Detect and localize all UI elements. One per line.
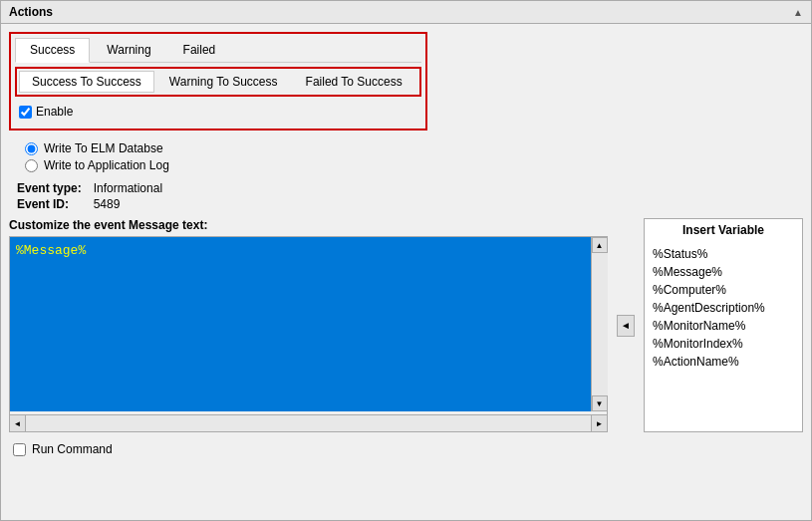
scroll-up-btn[interactable]: ▲ xyxy=(592,237,608,253)
inner-tab-failed-to-success[interactable]: Failed To Success xyxy=(293,71,415,93)
event-info: Event type: Informational Event ID: 5489 xyxy=(13,180,803,212)
insert-arrow-btn[interactable]: ◄ xyxy=(617,315,635,337)
event-id-label: Event ID: xyxy=(13,196,90,212)
h-scroll-track[interactable] xyxy=(26,415,591,431)
variable-item-actionname[interactable]: %ActionName% xyxy=(653,353,794,371)
panel-content: Success Warning Failed Success To Succes… xyxy=(1,24,811,520)
horizontal-scrollbar: ◄ ► xyxy=(9,415,608,432)
message-section: Customize the event Message text: %Messa… xyxy=(9,218,803,432)
radio-app-input[interactable] xyxy=(25,159,38,172)
radio-app-label: Write to Application Log xyxy=(44,158,169,172)
h-scroll-left-btn[interactable]: ◄ xyxy=(10,415,26,431)
panel-header: Actions ▲ xyxy=(1,1,811,24)
outer-tabs-container: Success Warning Failed Success To Succes… xyxy=(9,32,427,130)
enable-checkbox[interactable] xyxy=(19,106,32,119)
variable-item-status[interactable]: %Status% xyxy=(653,245,794,263)
arrow-btn-col: ◄ xyxy=(616,218,636,432)
message-left: Customize the event Message text: %Messa… xyxy=(9,218,608,432)
enable-label: Enable xyxy=(36,105,73,119)
run-command-row: Run Command xyxy=(13,442,803,456)
scroll-down-btn[interactable]: ▼ xyxy=(592,395,608,411)
run-command-label: Run Command xyxy=(32,442,113,456)
tab-warning[interactable]: Warning xyxy=(92,38,165,62)
run-command-checkbox[interactable] xyxy=(13,443,26,456)
event-id-value: 5489 xyxy=(90,196,166,212)
outer-tab-bar: Success Warning Failed xyxy=(15,38,421,63)
actions-panel: Actions ▲ Success Warning Failed Success… xyxy=(0,0,812,521)
variable-item-agentdesc[interactable]: %AgentDescription% xyxy=(653,299,794,317)
scrollbar-track[interactable] xyxy=(592,253,608,395)
vertical-scrollbar[interactable]: ▲ ▼ xyxy=(591,237,607,411)
h-scroll-right-btn[interactable]: ► xyxy=(591,415,607,431)
radio-elm-input[interactable] xyxy=(25,142,38,155)
radio-write-app: Write to Application Log xyxy=(25,158,803,172)
variable-item-monitorindex[interactable]: %MonitorIndex% xyxy=(653,335,794,353)
enable-row: Enable xyxy=(19,105,421,119)
scroll-up-icon[interactable]: ▲ xyxy=(793,7,803,18)
inner-tab-success-to-success[interactable]: Success To Success xyxy=(19,71,154,93)
insert-variable-header: Insert Variable xyxy=(645,219,802,241)
tab-success[interactable]: Success xyxy=(15,38,90,63)
tab-failed[interactable]: Failed xyxy=(168,38,231,62)
event-type-value: Informational xyxy=(90,180,166,196)
variable-item-monitorname[interactable]: %MonitorName% xyxy=(653,317,794,335)
insert-variable-panel: Insert Variable %Status% %Message% %Comp… xyxy=(644,218,803,432)
panel-title: Actions xyxy=(9,5,53,19)
event-type-label: Event type: xyxy=(13,180,90,196)
message-editor-wrapper: %Message% ▲ ▼ xyxy=(9,236,608,415)
variable-item-computer[interactable]: %Computer% xyxy=(653,281,794,299)
insert-variable-list: %Status% %Message% %Computer% %AgentDesc… xyxy=(645,241,802,375)
inner-tabs-container: Success To Success Warning To Success Fa… xyxy=(15,67,421,97)
radio-elm-label: Write To ELM Databse xyxy=(44,141,163,155)
message-editor[interactable]: %Message% xyxy=(10,237,591,411)
variable-item-message[interactable]: %Message% xyxy=(653,263,794,281)
inner-tab-warning-to-success[interactable]: Warning To Success xyxy=(156,71,291,93)
message-label: Customize the event Message text: xyxy=(9,218,608,232)
radio-write-elm: Write To ELM Databse xyxy=(25,141,803,155)
